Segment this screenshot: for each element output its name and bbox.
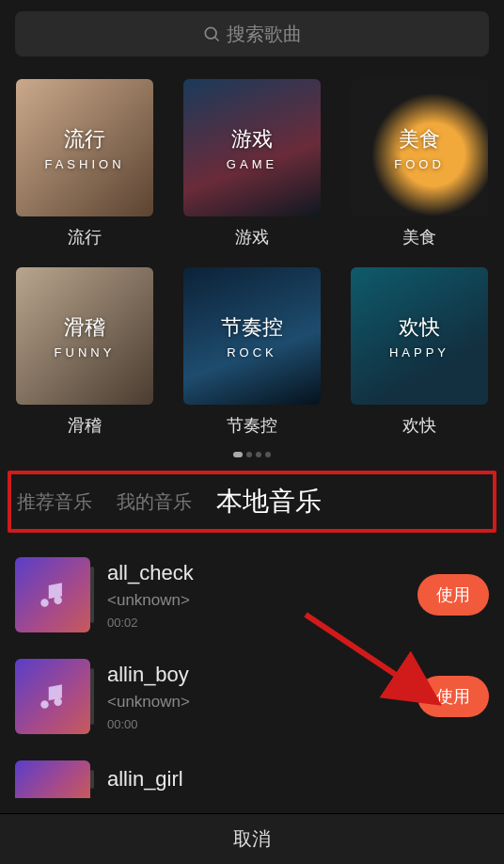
category-cn: 游戏 <box>231 125 273 153</box>
use-button[interactable]: 使用 <box>417 676 489 717</box>
category-cn: 滑稽 <box>64 313 105 342</box>
song-cover <box>15 557 90 632</box>
category-label: 流行 <box>68 226 102 248</box>
category-cn: 流行 <box>64 125 105 153</box>
category-label: 游戏 <box>235 226 269 248</box>
category-label: 欢快 <box>402 414 436 437</box>
category-thumb: 游戏 GAME <box>183 79 321 216</box>
category-cn: 美食 <box>399 125 440 153</box>
category-cn: 欢快 <box>399 313 440 342</box>
svg-line-1 <box>215 38 219 41</box>
svg-point-0 <box>205 27 216 39</box>
category-en: FUNNY <box>55 345 116 360</box>
category-rock[interactable]: 节奏控 ROCK 节奏控 <box>182 267 322 437</box>
tabs-highlight: 推荐音乐 我的音乐 本地音乐 <box>8 471 496 533</box>
song-cover <box>15 659 90 734</box>
category-fashion[interactable]: 流行 FASHION 流行 <box>15 79 154 248</box>
song-cover <box>15 760 90 798</box>
song-meta: allin_girl <box>107 767 489 792</box>
tab-local[interactable]: 本地音乐 <box>216 484 322 520</box>
footer-bar: 取消 <box>0 813 504 864</box>
pager-dot <box>256 452 261 457</box>
search-icon <box>202 24 221 43</box>
song-artist: <unknown> <box>107 591 401 610</box>
tab-recommend[interactable]: 推荐音乐 <box>17 489 92 515</box>
music-note-icon <box>37 579 69 611</box>
song-duration: 00:02 <box>107 616 401 630</box>
search-bar[interactable]: 搜索歌曲 <box>15 11 489 56</box>
category-label: 滑稽 <box>68 414 102 437</box>
song-title: allin_boy <box>107 663 401 687</box>
category-en: GAME <box>227 157 277 171</box>
song-meta: allin_boy <unknown> 00:00 <box>107 663 401 731</box>
category-game[interactable]: 游戏 GAME 游戏 <box>182 79 322 248</box>
pager-dot <box>265 452 271 457</box>
pager-dot <box>233 452 243 457</box>
category-en: HAPPY <box>389 345 449 360</box>
tab-mine[interactable]: 我的音乐 <box>117 489 192 515</box>
song-list: all_check <unknown> 00:02 使用 allin_boy <… <box>0 533 504 811</box>
category-en: FOOD <box>394 157 445 171</box>
music-note-icon <box>37 680 69 712</box>
category-funny[interactable]: 滑稽 FUNNY 滑稽 <box>15 267 154 437</box>
category-food[interactable]: 美食 FOOD 美食 <box>350 79 489 248</box>
category-thumb: 节奏控 ROCK <box>183 267 321 405</box>
song-artist: <unknown> <box>107 693 401 712</box>
category-thumb: 欢快 HAPPY <box>351 267 488 405</box>
category-thumb: 美食 FOOD <box>351 79 488 216</box>
category-label: 节奏控 <box>227 414 277 437</box>
cancel-button[interactable]: 取消 <box>233 826 271 852</box>
pager-dot <box>246 452 252 457</box>
search-placeholder: 搜索歌曲 <box>227 22 302 47</box>
category-cn: 节奏控 <box>221 313 283 342</box>
use-button[interactable]: 使用 <box>417 574 489 616</box>
category-thumb: 流行 FASHION <box>16 79 153 216</box>
song-row[interactable]: allin_girl <box>15 747 489 811</box>
category-label: 美食 <box>402 226 436 248</box>
category-en: ROCK <box>227 345 277 360</box>
song-title: all_check <box>107 561 401 585</box>
category-grid: 流行 FASHION 流行 游戏 GAME 游戏 美食 FOOD 美食 滑稽 F… <box>0 56 504 437</box>
category-happy[interactable]: 欢快 HAPPY 欢快 <box>350 267 489 437</box>
category-thumb: 滑稽 FUNNY <box>16 267 153 405</box>
song-row[interactable]: allin_boy <unknown> 00:00 使用 <box>15 646 489 747</box>
music-tabs: 推荐音乐 我的音乐 本地音乐 <box>8 471 496 533</box>
song-title: allin_girl <box>107 767 489 792</box>
pager-dots <box>0 452 504 457</box>
song-row[interactable]: all_check <unknown> 00:02 使用 <box>15 544 489 646</box>
song-duration: 00:00 <box>107 717 401 731</box>
song-meta: all_check <unknown> 00:02 <box>107 561 401 630</box>
category-en: FASHION <box>44 157 124 171</box>
